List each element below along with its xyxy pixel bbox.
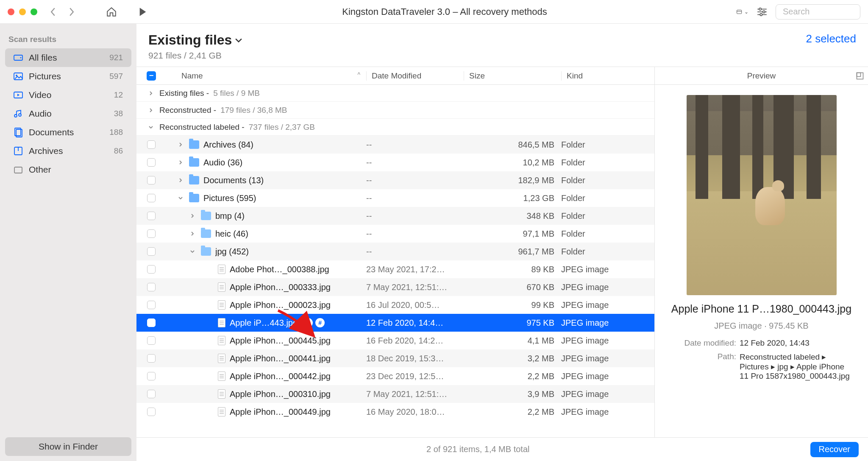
disclosure-icon[interactable] [178,142,185,147]
row-size: 975 KB [464,318,561,328]
column-date-modified[interactable]: Date Modified [366,71,464,81]
row-size: 3,2 MB [464,354,561,363]
row-checkbox[interactable] [147,354,156,363]
svg-rect-0 [737,10,742,14]
maximize-window-button[interactable] [31,8,37,15]
sidebar-item-archives[interactable]: Archives 86 [5,142,131,160]
table-row[interactable]: Apple iPhon…_000333.jpg 7 May 2021, 12:5… [136,278,654,296]
table-row[interactable]: jpg (452) -- 961,7 MB Folder [136,243,654,260]
recover-button[interactable]: Recover [810,442,859,457]
row-checkbox[interactable] [147,158,156,167]
disclosure-icon[interactable] [148,125,155,130]
view-title[interactable]: Existing files [148,32,242,48]
file-icon [218,282,225,292]
close-window-button[interactable] [8,8,14,15]
row-checkbox[interactable] [147,247,156,256]
sidebar-item-pictures[interactable]: Pictures 597 [5,67,131,86]
row-checkbox[interactable] [147,283,156,291]
table-row[interactable]: heic (46) -- 97,1 MB Folder [136,225,654,243]
table-header: − Name Date Modified Size Kind [136,67,654,85]
row-checkbox[interactable] [147,212,156,220]
home-button[interactable] [106,6,117,17]
group-row[interactable]: Reconstructed labeled - 737 files / 2,37… [136,119,654,136]
svg-rect-22 [857,73,863,79]
table-row[interactable]: Apple iPhon…_000441.jpg 18 Dec 2019, 15:… [136,349,654,367]
footer-status: 2 of 921 items, 1,4 MB total [146,444,810,454]
row-checkbox[interactable] [147,336,156,345]
disclosure-icon[interactable] [148,91,155,96]
sidebar-section-title: Scan results [0,24,136,48]
column-kind[interactable]: Kind [561,71,654,81]
sidebar-item-audio[interactable]: Audio 38 [5,104,131,123]
table-row[interactable]: Pictures (595) -- 1,23 GB Folder [136,189,654,207]
table-row[interactable]: Documents (13) -- 182,9 MB Folder [136,171,654,189]
preview-date-label: Date modified: [673,338,736,348]
search-input[interactable] [783,7,868,17]
svg-point-11 [20,57,22,59]
disclosure-icon[interactable] [178,196,185,201]
disclosure-icon[interactable] [190,213,197,218]
row-checkbox[interactable] [147,229,156,238]
disclosure-icon[interactable] [190,231,197,236]
row-checkbox[interactable] [147,265,156,274]
sidebar-item-other[interactable]: Other [5,160,131,179]
row-checkbox[interactable] [147,301,156,309]
disclosure-icon[interactable] [178,160,185,165]
table-row[interactable]: Adobe Phot…_000388.jpg 23 May 2021, 17:2… [136,260,654,278]
row-checkbox[interactable] [147,194,156,202]
folder-icon [189,176,199,184]
table-row[interactable]: Apple iPhon…_000442.jpg 23 Dec 2019, 12:… [136,367,654,385]
file-icon [218,300,225,310]
filter-button[interactable] [756,6,768,18]
resume-scan-button[interactable] [137,6,148,17]
row-size: 670 KB [464,282,561,292]
table-row[interactable]: Apple iPhon…_000449.jpg 16 May 2020, 18:… [136,403,654,421]
view-options-button[interactable]: ⌄ [737,6,748,18]
table-row[interactable]: bmp (4) -- 348 KB Folder [136,207,654,225]
minimize-window-button[interactable] [19,8,26,15]
sidebar-item-count: 597 [109,72,123,81]
table-row[interactable]: Archives (84) -- 846,5 MB Folder [136,136,654,154]
table-body: Existing files - 5 files / 9 MBReconstru… [136,85,654,437]
sidebar-item-label: Video [29,90,51,100]
row-checkbox[interactable] [147,408,156,416]
show-in-finder-button[interactable]: Show in Finder [5,437,131,456]
row-kind: Folder [561,140,654,150]
row-checkbox[interactable] [147,176,156,184]
disclosure-icon[interactable] [178,178,185,183]
column-name[interactable]: Name [166,71,366,81]
row-checkbox[interactable] [147,319,156,327]
preview-filename: Apple iPhone 11 P…1980_000443.jpg [671,303,851,315]
group-row[interactable]: Existing files - 5 files / 9 MB [136,85,654,102]
group-row[interactable]: Reconstructed - 179 files / 36,8 MB [136,102,654,119]
table-row[interactable]: Audio (36) -- 10,2 MB Folder [136,154,654,171]
picture-icon [13,71,24,82]
search-field[interactable] [776,4,860,20]
column-size[interactable]: Size [464,71,561,81]
hex-badge-icon[interactable]: # [315,318,325,327]
expand-preview-button[interactable] [856,72,864,80]
table-row[interactable]: Apple iPhon…_000445.jpg 16 Feb 2020, 14:… [136,332,654,349]
row-checkbox[interactable] [147,140,156,149]
disclosure-icon[interactable] [148,108,155,113]
row-kind: Folder [561,193,654,203]
sidebar-item-video[interactable]: Video 12 [5,86,131,104]
forward-button[interactable] [66,6,77,17]
disclosure-icon[interactable] [190,249,197,254]
row-kind: JPEG image [561,318,654,328]
preview-badge-icon[interactable]: ◉ [303,318,313,327]
row-checkbox[interactable] [147,372,156,380]
selection-count[interactable]: 2 selected [806,32,856,45]
sidebar-item-all-files[interactable]: All files 921 [5,48,131,67]
back-button[interactable] [47,6,58,17]
table-row[interactable]: Apple iPhon…_000023.jpg 16 Jul 2020, 00:… [136,296,654,314]
select-all-checkbox[interactable]: − [136,71,166,81]
sidebar-item-label: All files [29,53,57,63]
table-row[interactable]: Apple iPhon…_000310.jpg 7 May 2021, 12:5… [136,385,654,403]
sidebar-item-documents[interactable]: Documents 188 [5,123,131,142]
archive-icon [13,145,24,156]
table-row[interactable]: Apple iP…443.jpg ◉# 12 Feb 2020, 14:4… 9… [136,314,654,332]
row-checkbox[interactable] [147,390,156,398]
preview-meta: JPEG image · 975.45 KB [714,321,808,331]
preview-date-value: 12 Feb 2020, 14:43 [740,338,850,348]
